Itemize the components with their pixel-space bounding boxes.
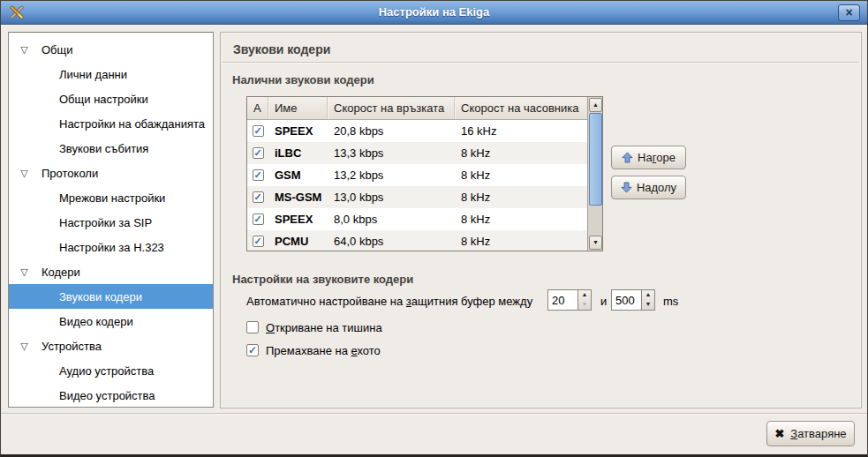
scroll-down-button[interactable]: ▼ [589,236,602,250]
sidebar-item-codecs[interactable]: ▽ Кодери [9,259,213,284]
codec-table-body: ✓ SPEEX 20,8 kbps 16 kHz ✓ iLBC 13,3 kbp… [247,120,588,251]
sidebar-item-protocols[interactable]: ▽ Протоколи [9,161,213,185]
spin-up-icon[interactable]: ▲ [642,290,654,300]
title-separator [223,62,859,63]
scroll-up-button[interactable]: ▲ [589,98,602,112]
expander-open-icon[interactable]: ▽ [18,44,31,56]
scrollbar-thumb[interactable] [589,113,602,206]
silence-detection-option[interactable]: Откриване на тишина [246,320,382,334]
close-x-icon: ✖ [774,427,784,440]
sidebar-item-network-settings[interactable]: Мрежови настройки [9,185,213,210]
table-row[interactable]: ✓ MS-GSM 13,0 kbps 8 kHz [247,186,588,208]
column-header-clockrate[interactable]: Скорост на часовника [455,97,588,119]
sidebar-item-h323-settings[interactable]: Настройки за H.323 [9,235,213,259]
sidebar-item-devices[interactable]: ▽ Устройства [9,333,213,358]
table-row[interactable]: ✓ SPEEX 8,0 kbps 8 kHz [247,208,588,230]
table-row[interactable]: ✓ PCMU 64,0 kbps 8 kHz [247,230,588,251]
sidebar-item-call-options[interactable]: Настройки на обажданията [9,111,213,136]
column-header-bitrate[interactable]: Скорост на връзката [328,97,455,119]
preferences-tree: ▽ Общи Лични данни Общи настройки Настро… [8,32,214,408]
echo-cancellation-option[interactable]: ✓ Премахване на ехото [246,343,381,357]
spin-down-icon[interactable]: ▼ [578,300,591,310]
sidebar-item-audio-codecs[interactable]: Звукови кодери [9,284,213,309]
titlebar: Настройки на Ekiga × [1,1,867,25]
sidebar-item-video-devices[interactable]: Видео устройства [9,383,213,408]
jitter-max-input[interactable] [612,290,641,310]
table-row[interactable]: ✓ GSM 13,2 kbps 8 kHz [247,164,588,186]
expander-open-icon[interactable]: ▽ [18,168,31,179]
echo-cancellation-checkbox[interactable]: ✓ [246,344,259,356]
move-down-button[interactable]: Надолу [611,176,686,199]
codec-table-header: A Име Скорост на връзката Скорост на час… [247,97,588,120]
available-codecs-heading: Налични звукови кодери [232,73,374,86]
ms-unit-label: ms [663,295,678,308]
arrow-down-icon [621,182,632,193]
codec-enabled-checkbox[interactable]: ✓ [253,191,264,203]
page-title: Звукови кодери [233,42,330,56]
window-close-button[interactable]: × [838,4,860,21]
column-header-name[interactable]: Име [268,97,328,119]
close-button[interactable]: ✖ Затваряне [766,421,855,446]
codec-table: A Име Скорост на връзката Скорост на час… [246,96,603,251]
jitter-buffer-label: Автоматично настройване на защитния буфе… [246,295,532,308]
table-row[interactable]: ✓ iLBC 13,3 kbps 8 kHz [247,142,588,164]
spin-down-icon[interactable]: ▼ [642,300,654,310]
codec-enabled-checkbox[interactable]: ✓ [253,147,264,159]
codec-enabled-checkbox[interactable]: ✓ [253,169,264,181]
codec-enabled-checkbox[interactable]: ✓ [253,125,264,137]
expander-open-icon[interactable]: ▽ [18,266,31,278]
jitter-max-spinbox: ▲ ▼ [611,289,655,311]
preferences-window: Настройки на Ekiga × ▽ Общи Лични данни … [0,0,868,457]
silence-detection-checkbox[interactable] [246,321,259,333]
conjunction-label: и [600,295,607,308]
spin-up-icon[interactable]: ▲ [578,290,591,300]
sidebar-item-video-codecs[interactable]: Видео кодери [9,309,213,333]
codec-enabled-checkbox[interactable]: ✓ [253,214,264,225]
sidebar-item-personal-data[interactable]: Лични данни [9,62,213,86]
jitter-min-input[interactable] [548,290,577,310]
sidebar-item-general[interactable]: ▽ Общи [9,37,213,62]
arrow-up-icon [622,152,633,163]
window-title: Настройки на Ekiga [1,5,867,19]
sidebar-item-sip-settings[interactable]: Настройки за SIP [9,210,213,235]
audio-codecs-panel: Звукови кодери Налични звукови кодери A … [220,32,862,408]
jitter-min-spinbox: ▲ ▼ [547,289,592,311]
move-up-button[interactable]: Нагоре [611,146,686,169]
sidebar-item-sound-events[interactable]: Звукови събития [9,136,213,161]
footer-separator [1,413,867,414]
expander-open-icon[interactable]: ▽ [18,341,31,352]
codec-settings-heading: Настройки на звуковите кодери [232,273,413,286]
codec-enabled-checkbox[interactable]: ✓ [253,236,264,247]
column-header-active[interactable]: A [247,97,268,119]
sidebar-item-audio-devices[interactable]: Аудио устройства [9,358,213,383]
vertical-scrollbar[interactable]: ▲ ▼ [587,97,602,251]
sidebar-item-general-settings[interactable]: Общи настройки [9,86,213,111]
table-row[interactable]: ✓ SPEEX 20,8 kbps 16 kHz [247,120,588,142]
